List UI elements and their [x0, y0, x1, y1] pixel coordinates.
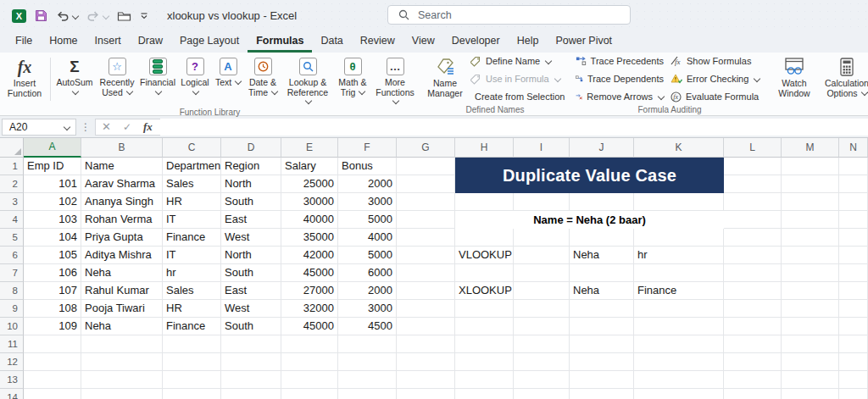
cell-D13[interactable]: [221, 371, 281, 389]
remove-arrows-button[interactable]: Remove Arrows: [572, 88, 667, 105]
text-button[interactable]: A Text: [213, 53, 243, 108]
row-header-5[interactable]: 5: [0, 229, 24, 247]
cell-D4[interactable]: East: [221, 211, 281, 229]
cell-N3[interactable]: [839, 193, 868, 211]
cell-F13[interactable]: [338, 371, 397, 389]
cell-K3[interactable]: [634, 193, 724, 211]
cell-K8[interactable]: Finance: [634, 282, 724, 300]
cell-L7[interactable]: [724, 264, 782, 282]
cell-I13[interactable]: [514, 371, 570, 389]
recently-used-button[interactable]: ☆ Recently Used: [96, 53, 138, 108]
tab-view[interactable]: View: [403, 31, 443, 53]
create-from-selection-button[interactable]: Create from Selection: [467, 88, 567, 105]
cell-L5[interactable]: [724, 229, 782, 247]
cell-G12[interactable]: [397, 353, 455, 371]
cell-L2[interactable]: [724, 175, 782, 193]
search-box[interactable]: [387, 5, 631, 25]
cell-H12[interactable]: [455, 353, 514, 371]
col-header-A[interactable]: A: [24, 138, 81, 158]
cell-J3[interactable]: [570, 193, 634, 211]
cell-N11[interactable]: [839, 335, 868, 353]
cell-A2[interactable]: 101: [24, 175, 81, 193]
cell-H6[interactable]: VLOOKUP: [455, 247, 514, 264]
cell-G11[interactable]: [397, 335, 455, 353]
cell-A6[interactable]: 105: [24, 247, 81, 264]
cell-C5[interactable]: Finance: [163, 229, 221, 247]
redo-button[interactable]: [86, 10, 108, 22]
row-header-13[interactable]: 13: [0, 371, 24, 389]
cell-A3[interactable]: 102: [24, 193, 81, 211]
cell-B5[interactable]: Priya Gupta: [81, 229, 163, 247]
cell-A11[interactable]: [24, 335, 81, 353]
cell-J14[interactable]: [570, 389, 634, 399]
tab-power-pivot[interactable]: Power Pivot: [547, 31, 620, 53]
cell-M9[interactable]: [782, 300, 839, 318]
name-box[interactable]: A20: [2, 119, 76, 136]
cell-C10[interactable]: Finance: [163, 318, 221, 335]
financial-button[interactable]: Financial: [138, 53, 177, 108]
cell-E14[interactable]: [281, 389, 338, 399]
cell-B8[interactable]: Rahul Kumar: [81, 282, 163, 300]
row-header-11[interactable]: 11: [0, 335, 24, 353]
cell-M14[interactable]: [782, 389, 839, 399]
cell-B9[interactable]: Pooja Tiwari: [81, 300, 163, 318]
cell-A4[interactable]: 103: [24, 211, 81, 229]
cell-G14[interactable]: [397, 389, 455, 399]
enter-icon[interactable]: ✓: [117, 121, 137, 133]
cell-J13[interactable]: [570, 371, 634, 389]
cell-B6[interactable]: Aditya Mishra: [81, 247, 163, 264]
tab-page-layout[interactable]: Page Layout: [171, 31, 248, 53]
cell-D12[interactable]: [221, 353, 281, 371]
cell-M5[interactable]: [782, 229, 839, 247]
cell-M2[interactable]: [782, 175, 839, 193]
cell-B1[interactable]: Name: [81, 158, 163, 175]
logical-button[interactable]: ? Logical: [177, 53, 213, 108]
cell-E6[interactable]: 42000: [281, 247, 338, 264]
cell-F12[interactable]: [338, 353, 397, 371]
cell-H10[interactable]: [455, 318, 514, 335]
cell-L9[interactable]: [724, 300, 782, 318]
cell-J5[interactable]: [570, 229, 634, 247]
cell-A13[interactable]: [24, 371, 81, 389]
merged-banner-duplicate-value-case[interactable]: Duplicate Value Case: [455, 158, 724, 193]
cell-B11[interactable]: [81, 335, 163, 353]
cell-G4[interactable]: [397, 211, 455, 229]
cell-F2[interactable]: 2000: [338, 175, 397, 193]
cell-D3[interactable]: South: [221, 193, 281, 211]
cell-E10[interactable]: 45000: [281, 318, 338, 335]
cell-K6[interactable]: hr: [634, 247, 724, 264]
cell-G7[interactable]: [397, 264, 455, 282]
cell-L14[interactable]: [724, 389, 782, 399]
cell-H5[interactable]: [455, 229, 514, 247]
customize-quick-access-button[interactable]: [140, 12, 148, 20]
col-header-B[interactable]: B: [81, 138, 163, 158]
col-header-D[interactable]: D: [221, 138, 281, 158]
row-header-12[interactable]: 12: [0, 353, 24, 371]
cell-L4[interactable]: [724, 211, 782, 229]
cell-G1[interactable]: [397, 158, 455, 175]
formula-input[interactable]: [160, 119, 868, 136]
cell-J6[interactable]: Neha: [570, 247, 634, 264]
tab-insert[interactable]: Insert: [86, 31, 130, 53]
col-header-H[interactable]: H: [455, 138, 514, 158]
row-header-9[interactable]: 9: [0, 300, 24, 318]
more-functions-button[interactable]: … More Functions: [372, 53, 418, 108]
cell-A14[interactable]: [24, 389, 81, 399]
row-header-1[interactable]: 1: [0, 158, 24, 175]
col-header-I[interactable]: I: [514, 138, 570, 158]
cell-N9[interactable]: [839, 300, 868, 318]
cell-K14[interactable]: [634, 389, 724, 399]
cell-F9[interactable]: 3000: [338, 300, 397, 318]
undo-button[interactable]: [56, 10, 78, 22]
cell-F14[interactable]: [338, 389, 397, 399]
cell-I12[interactable]: [514, 353, 570, 371]
cell-M13[interactable]: [782, 371, 839, 389]
col-header-L[interactable]: L: [724, 138, 782, 158]
cell-D2[interactable]: North: [221, 175, 281, 193]
cell-D9[interactable]: West: [221, 300, 281, 318]
cell-F10[interactable]: 4500: [338, 318, 397, 335]
cell-E11[interactable]: [281, 335, 338, 353]
cell-H8[interactable]: XLOOKUP: [455, 282, 514, 300]
show-formulas-button[interactable]: fx Show Formulas: [667, 53, 767, 69]
define-name-button[interactable]: Define Name: [467, 53, 567, 69]
